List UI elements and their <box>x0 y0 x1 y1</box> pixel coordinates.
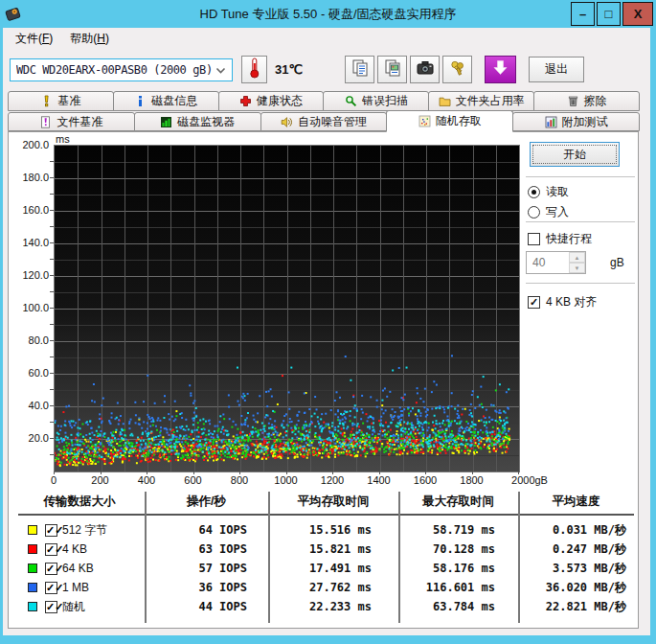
copy-image-button[interactable] <box>377 56 407 83</box>
y-tick-label: 60.0 <box>11 367 49 379</box>
separator <box>526 176 635 177</box>
read-radio[interactable]: 读取 <box>528 185 569 199</box>
y-tick-mark <box>50 194 54 195</box>
tab-disk-monitor[interactable]: 磁盘监视器 <box>134 112 261 131</box>
iops-value: 64 IOPS <box>145 523 268 537</box>
close-button[interactable]: X <box>622 2 653 26</box>
capacity-input[interactable] <box>527 252 569 273</box>
series-checkbox[interactable]: ✓ <box>45 563 57 575</box>
x-tick-mark <box>332 472 333 474</box>
table-row: ✓64 KB57 IOPS17.491 ms58.176 ms3.573 MB/… <box>14 559 634 578</box>
y-tick-label: 120.0 <box>11 269 49 281</box>
separator <box>526 221 635 222</box>
chevron-down-icon <box>215 63 226 77</box>
aam-icon <box>281 116 293 128</box>
tab-label: 擦除 <box>584 93 607 109</box>
tab-label: 自动噪音管理 <box>298 114 367 130</box>
x-tick-label: 0 <box>51 474 57 486</box>
max-value: 116.601 ms <box>398 581 518 594</box>
menu-item-h[interactable]: 帮助(H) <box>61 28 118 50</box>
tab-benchmark[interactable]: 基准 <box>8 91 114 111</box>
x-tick-label: 1000 <box>274 474 297 486</box>
exit-button[interactable]: 退出 <box>529 57 584 82</box>
options-button[interactable] <box>442 56 472 83</box>
avg-value: 15.821 ms <box>268 542 398 556</box>
series-checkbox[interactable]: ✓ <box>45 543 57 556</box>
y-tick-label: 100.0 <box>11 302 49 313</box>
x-tick-mark <box>147 472 147 474</box>
tab-random-access[interactable]: 随机存取 <box>386 110 513 132</box>
write-radio[interactable]: 写入 <box>528 205 569 219</box>
table-row: ✓512 字节64 IOPS15.516 ms58.719 ms0.031 MB… <box>14 520 634 540</box>
column-header: 平均存取时间 <box>268 494 398 510</box>
spin-up-button[interactable]: ▲ <box>569 252 585 263</box>
y-tick-mark <box>50 226 54 227</box>
y-tick-mark <box>50 356 54 357</box>
series-checkbox[interactable]: ✓ <box>45 524 57 537</box>
maximize-button[interactable]: □ <box>597 2 621 26</box>
avg-value: 27.762 ms <box>268 581 398 594</box>
y-axis-unit: ms <box>56 133 70 145</box>
y-tick-label: 20.0 <box>11 432 49 444</box>
separator <box>526 283 635 284</box>
toolbar: WDC WD20EARX-00PASB0 (2000 gB) 31℃ <box>3 49 650 90</box>
y-tick-mark <box>50 405 54 406</box>
y-tick-label: 80.0 <box>11 334 49 346</box>
x-tick-label: 600 <box>184 474 201 486</box>
series-color-swatch <box>28 544 37 554</box>
tab-label: 附加测试 <box>562 114 608 130</box>
tab-folder-usage[interactable]: 文件夹占用率 <box>428 91 534 111</box>
tab-label: 随机存取 <box>436 113 482 129</box>
x-tick-label: 400 <box>138 474 155 486</box>
drive-select[interactable]: WDC WD20EARX-00PASB0 (2000 gB) <box>10 58 233 81</box>
extra-tests-icon <box>545 116 557 128</box>
temperature-value: 31℃ <box>275 62 303 77</box>
erase-icon <box>567 95 579 107</box>
series-color-swatch <box>28 583 37 592</box>
x-tick-mark <box>193 472 194 474</box>
speed-value: 22.821 MB/秒 <box>518 599 634 615</box>
file-benchmark-icon <box>39 116 52 128</box>
y-tick-mark <box>50 308 54 309</box>
copy-text-button[interactable] <box>345 56 374 83</box>
y-tick-mark <box>50 422 54 423</box>
tab-aam[interactable]: 自动噪音管理 <box>260 112 388 131</box>
y-tick-mark <box>50 210 54 211</box>
series-label: 1 MB <box>62 581 89 594</box>
window-title: HD Tune 专业版 5.50 - 硬盘/固态硬盘实用程序 <box>200 6 457 23</box>
checkbox-checked-icon <box>528 296 540 309</box>
column-divider <box>398 492 400 623</box>
max-value: 70.128 ms <box>398 542 518 556</box>
tab-error-scan[interactable]: 错误扫描 <box>323 91 429 111</box>
y-tick-mark <box>50 373 54 374</box>
y-tick-label: 40.0 <box>11 400 49 411</box>
x-tick-mark <box>518 472 519 474</box>
write-label: 写入 <box>546 204 569 220</box>
start-button[interactable]: 开始 <box>530 142 620 167</box>
series-checkbox[interactable]: ✓ <box>45 601 57 613</box>
x-tick-label: 200 <box>91 474 108 486</box>
spin-down-button[interactable]: ▼ <box>569 263 585 273</box>
short-stroke-checkbox[interactable]: 快捷行程 <box>528 232 592 246</box>
radio-selected-icon <box>528 186 540 198</box>
column-header: 最大存取时间 <box>398 494 518 510</box>
align-checkbox[interactable]: 4 KB 对齐 <box>528 295 597 310</box>
screenshot-button[interactable] <box>410 56 440 83</box>
temperature-button[interactable] <box>241 56 267 83</box>
y-tick-label: 200.0 <box>11 139 49 150</box>
series-label: 4 KB <box>62 542 87 556</box>
save-button[interactable] <box>485 56 516 83</box>
tab-file-benchmark[interactable]: 文件基准 <box>8 112 135 131</box>
minimize-button[interactable]: – <box>571 2 595 26</box>
y-tick-mark <box>50 177 54 178</box>
thermometer-icon <box>248 57 260 82</box>
capacity-unit: gB <box>610 256 624 269</box>
menu-item-f[interactable]: 文件(F) <box>7 28 61 50</box>
tab-extra-tests[interactable]: 附加测试 <box>512 112 640 131</box>
tab-erase[interactable]: 擦除 <box>533 91 640 111</box>
tab-disk-info[interactable]: 磁盘信息 <box>113 91 219 111</box>
tab-label: 文件基准 <box>57 114 102 130</box>
random-access-panel: ms 开始 读取 写入 快捷行程 ▲ ▼ <box>8 131 639 629</box>
series-checkbox[interactable]: ✓ <box>45 582 57 594</box>
tab-health[interactable]: 健康状态 <box>218 91 325 111</box>
